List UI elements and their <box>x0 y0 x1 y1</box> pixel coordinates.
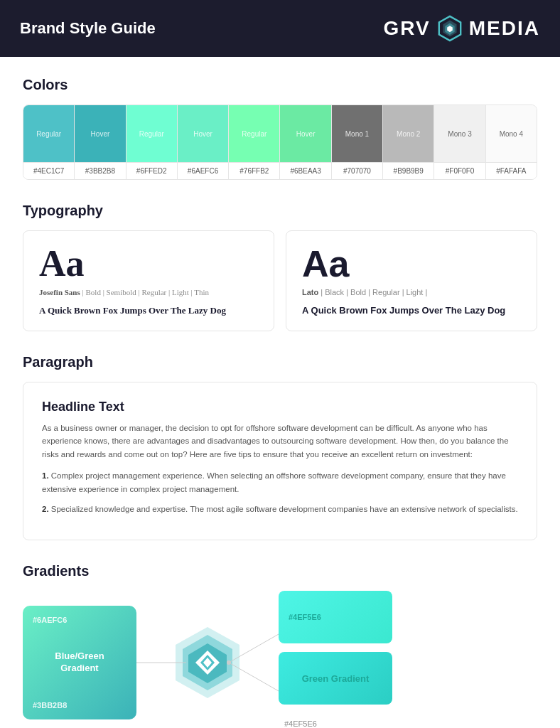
color-hex: #3BB2B8 <box>75 162 125 179</box>
font-name: Josefin Sans <box>39 288 80 296</box>
color-block-mono4: Mono 4 <box>486 105 537 162</box>
color-block-mint-hover: Hover <box>178 105 228 162</box>
color-label: Mono 1 <box>345 130 369 138</box>
color-swatch-mono3: Mono 3 #F0F0F0 <box>434 105 485 179</box>
typography-title: Typography <box>23 203 537 219</box>
font-sample: A Quick Brown Fox Jumps Over The Lazy Do… <box>39 305 258 316</box>
color-swatch-teal-hover: Hover #3BB2B8 <box>75 105 125 179</box>
paragraph-item-1: 1. Complex project management experience… <box>42 469 518 496</box>
gradient-bottom-hex: #3BB2B8 <box>33 701 67 710</box>
color-label: Hover <box>91 130 110 138</box>
font-big-aa: Aa <box>302 245 521 282</box>
color-label: Mono 3 <box>448 130 471 138</box>
paragraph-item-text: Complex project management experience. W… <box>42 471 506 493</box>
color-block-teal-regular: Regular <box>23 105 74 162</box>
gradient-hex: #4EF5E6 <box>284 719 317 728</box>
gradient-top-hex: #6AEFC6 <box>33 616 67 624</box>
gradient-card-green-main: Green Gradient <box>279 652 392 705</box>
gradients-section: Gradients #6AEFC6 Blue/GreenGradient #3B… <box>23 563 537 728</box>
gradient-label: Blue/GreenGradient <box>55 651 104 675</box>
color-block-mint-regular: Regular <box>126 105 177 162</box>
svg-line-5 <box>229 634 279 663</box>
paragraph-section: Paragraph Headline Text As a business ow… <box>23 354 537 540</box>
color-label: Hover <box>296 130 316 138</box>
typography-grid: Aa Josefin Sans | Bold | Semibold | Regu… <box>23 230 537 331</box>
color-label: Hover <box>193 130 212 138</box>
color-swatch-green-hover: Hover #6BEAA3 <box>280 105 330 179</box>
font-card-josefin: Aa Josefin Sans | Bold | Semibold | Regu… <box>23 230 274 331</box>
color-hex: #6FFED2 <box>126 162 177 179</box>
page-title: Brand Style Guide <box>20 19 156 38</box>
color-hex: #FAFAFA <box>486 162 537 179</box>
gradients-layout: #6AEFC6 Blue/GreenGradient #3BB2B8 <box>23 591 537 728</box>
color-hex: #F0F0F0 <box>434 162 485 179</box>
gradients-title: Gradients <box>23 563 537 579</box>
color-block-green-hover: Hover <box>280 105 330 162</box>
paragraph-body: As a business owner or manager, the deci… <box>42 422 518 461</box>
typography-section: Typography Aa Josefin Sans | Bold | Semi… <box>23 203 537 331</box>
font-sample: A Quick Brown Fox Jumps Over The Lazy Do… <box>302 305 521 316</box>
color-hex: #6BEAA3 <box>280 162 330 179</box>
logo-text-left: GRV <box>384 17 431 40</box>
color-hex: #4EC1C7 <box>23 162 74 179</box>
font-weights: | Black | Bold | Regular | Light | <box>321 288 427 296</box>
colors-title: Colors <box>23 77 537 93</box>
paragraph-item-2: 2. Specialized knowledge and expertise. … <box>42 503 518 515</box>
font-name: Lato <box>302 288 318 296</box>
gradient-hex: #4EF5E6 <box>289 613 321 621</box>
color-label: Mono 4 <box>500 130 523 138</box>
colors-grid: Regular #4EC1C7 Hover #3BB2B8 Regular #6… <box>23 105 537 180</box>
color-swatch-green-regular: Regular #76FFB2 <box>229 105 279 179</box>
color-swatch-teal-regular: Regular #4EC1C7 <box>23 105 74 179</box>
paragraph-item-num: 2. <box>42 505 49 513</box>
color-label: Regular <box>139 130 164 138</box>
grv-logo-icon <box>436 15 463 42</box>
color-block-mono1: Mono 1 <box>332 105 382 162</box>
color-block-mono3: Mono 3 <box>434 105 485 162</box>
color-label: Regular <box>242 130 266 138</box>
paragraph-item-num: 1. <box>42 471 49 480</box>
gradient-card-blue-green: #6AEFC6 Blue/GreenGradient #3BB2B8 <box>23 606 136 719</box>
paragraph-title: Paragraph <box>23 354 537 370</box>
font-big-aa: Aa <box>39 245 258 282</box>
color-hex: #6AEFC6 <box>178 162 228 179</box>
gradient-label: Green Gradient <box>302 673 370 684</box>
color-block-mono2: Mono 2 <box>383 105 434 162</box>
colors-section: Colors Regular #4EC1C7 Hover #3BB2B8 <box>23 77 537 180</box>
color-label: Regular <box>36 130 61 138</box>
color-label: Mono 2 <box>397 130 420 138</box>
color-block-green-regular: Regular <box>229 105 279 162</box>
color-swatch-mono4: Mono 4 #FAFAFA <box>486 105 537 179</box>
paragraph-card: Headline Text As a business owner or man… <box>23 382 537 540</box>
gradient-card-green-top: #4EF5E6 <box>279 591 392 643</box>
connector-lines <box>136 606 279 719</box>
color-swatch-mono1: Mono 1 #707070 <box>332 105 382 179</box>
gradient-card-green-bottom: #4EF5E6 <box>279 713 392 728</box>
logo: GRV MEDIA <box>384 15 540 42</box>
font-name-row: Josefin Sans | Bold | Semibold | Regular… <box>39 288 258 296</box>
font-weights: | Bold | Semibold | Regular | Light | Th… <box>82 288 210 296</box>
font-name-row: Lato | Black | Bold | Regular | Light | <box>302 288 521 296</box>
color-block-teal-hover: Hover <box>75 105 125 162</box>
font-card-lato: Aa Lato | Black | Bold | Regular | Light… <box>286 230 537 331</box>
color-hex: #76FFB2 <box>229 162 279 179</box>
color-hex: #707070 <box>332 162 382 179</box>
color-hex: #B9B9B9 <box>383 162 434 179</box>
logo-connector <box>136 606 279 719</box>
logo-text-right: MEDIA <box>469 17 540 40</box>
svg-point-7 <box>227 660 231 665</box>
paragraph-headline: Headline Text <box>42 400 518 414</box>
main-content: Colors Regular #4EC1C7 Hover #3BB2B8 <box>0 57 560 728</box>
page-header: Brand Style Guide GRV MEDIA <box>0 0 560 57</box>
svg-line-6 <box>229 663 279 691</box>
color-swatch-mono2: Mono 2 #B9B9B9 <box>383 105 434 179</box>
paragraph-item-text: Specialized knowledge and expertise. The… <box>51 505 518 513</box>
color-swatch-mint-hover: Hover #6AEFC6 <box>178 105 228 179</box>
gradient-cards-right: #4EF5E6 Green Gradient #4EF5E6 <box>279 591 392 728</box>
color-swatch-mint-regular: Regular #6FFED2 <box>126 105 177 179</box>
